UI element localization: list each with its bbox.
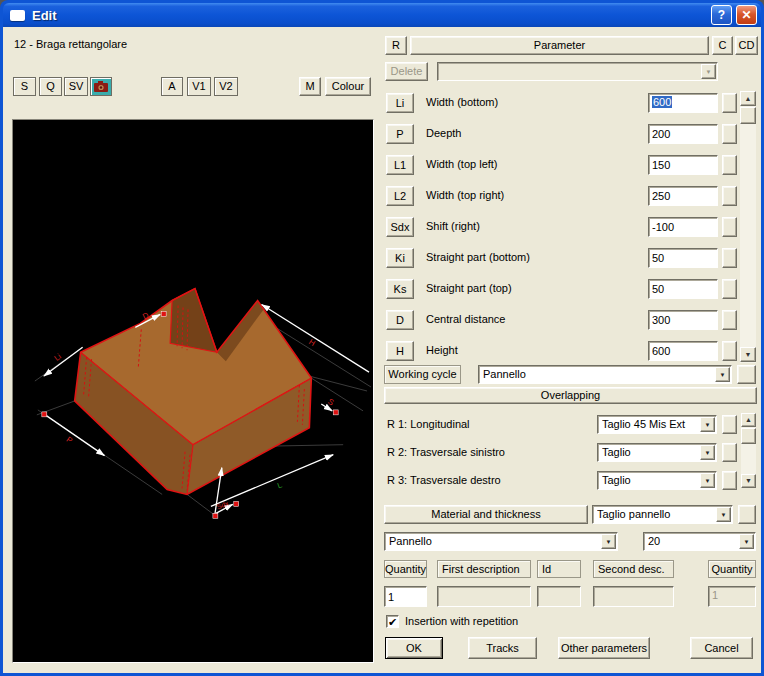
material-name-combobox[interactable]: Pannello▼ bbox=[384, 532, 618, 551]
parameter-header-button[interactable]: Parameter bbox=[410, 36, 709, 55]
other-parameters-button[interactable]: Other parameters bbox=[558, 637, 650, 659]
view-a-button[interactable]: A bbox=[161, 77, 183, 96]
param-code-button[interactable]: Sdx bbox=[386, 217, 414, 237]
scroll-up-icon[interactable]: ▲ bbox=[741, 413, 756, 427]
param-label: Shift (right) bbox=[426, 220, 480, 232]
chevron-down-icon[interactable]: ▼ bbox=[716, 507, 731, 522]
overlap-side-button[interactable] bbox=[722, 415, 737, 434]
param-side-button[interactable] bbox=[722, 124, 737, 144]
r-button[interactable]: R bbox=[385, 36, 407, 55]
tracks-button[interactable]: Tracks bbox=[468, 637, 537, 659]
param-code-button[interactable]: L2 bbox=[386, 186, 414, 206]
param-value-input[interactable] bbox=[648, 341, 718, 361]
working-cycle-side-button[interactable] bbox=[737, 365, 756, 384]
param-side-button[interactable] bbox=[722, 217, 737, 237]
dim-label-s: S bbox=[326, 397, 335, 407]
material-cut-combobox[interactable]: Taglio pannello▼ bbox=[592, 505, 733, 524]
view-s-button[interactable]: S bbox=[13, 77, 36, 96]
overlap-label: R 1: Longitudinal bbox=[387, 418, 470, 430]
param-code-button[interactable]: D bbox=[386, 310, 414, 330]
window-title: Edit bbox=[32, 8, 57, 23]
c-button[interactable]: C bbox=[712, 36, 733, 55]
scroll-down-icon[interactable]: ▼ bbox=[740, 347, 756, 362]
cancel-button[interactable]: Cancel bbox=[690, 637, 753, 659]
overlap-side-button[interactable] bbox=[722, 471, 737, 490]
chevron-down-icon[interactable]: ▼ bbox=[715, 367, 730, 382]
braga-solid bbox=[75, 289, 312, 495]
working-cycle-combobox[interactable]: Pannello ▼ bbox=[478, 365, 732, 384]
param-side-button[interactable] bbox=[722, 310, 737, 330]
material-thickness-button[interactable]: Material and thickness bbox=[384, 505, 588, 524]
scroll-down-icon[interactable]: ▼ bbox=[741, 474, 756, 488]
ok-button[interactable]: OK bbox=[385, 637, 443, 659]
param-label: Deepth bbox=[426, 127, 461, 139]
camera-button[interactable] bbox=[90, 77, 112, 96]
working-cycle-label: Working cycle bbox=[384, 365, 461, 384]
param-side-button[interactable] bbox=[722, 186, 737, 206]
close-icon[interactable]: ✕ bbox=[736, 5, 757, 25]
param-label: Width (top right) bbox=[426, 189, 504, 201]
titlebar[interactable]: Edit bbox=[3, 3, 761, 27]
chevron-down-icon[interactable]: ▼ bbox=[739, 534, 754, 549]
repetition-label: Insertion with repetition bbox=[405, 615, 518, 627]
chevron-down-icon: ▼ bbox=[701, 64, 716, 79]
param-side-button[interactable] bbox=[722, 279, 737, 299]
scroll-up-icon[interactable]: ▲ bbox=[740, 91, 756, 106]
item-label: 12 - Braga rettangolare bbox=[14, 38, 127, 50]
param-value-input[interactable] bbox=[648, 186, 718, 206]
material-side-button[interactable] bbox=[738, 505, 756, 524]
edit-dialog: Edit ? ✕ 12 - Braga rettangolare S Q SV … bbox=[0, 0, 764, 676]
param-value-input[interactable] bbox=[648, 124, 718, 144]
scrollbar-thumb[interactable] bbox=[741, 428, 756, 444]
param-code-button[interactable]: Ks bbox=[386, 279, 414, 299]
param-value-input[interactable] bbox=[648, 155, 718, 175]
scrollbar-thumb[interactable] bbox=[740, 107, 756, 124]
param-code-button[interactable]: Li bbox=[386, 93, 414, 113]
cd-button[interactable]: CD bbox=[735, 36, 758, 55]
param-code-button[interactable]: P bbox=[386, 124, 414, 144]
param-scrollbar[interactable] bbox=[740, 91, 756, 363]
chevron-down-icon[interactable]: ▼ bbox=[700, 473, 715, 488]
param-code-button[interactable]: Ki bbox=[386, 248, 414, 268]
chevron-down-icon[interactable]: ▼ bbox=[700, 445, 715, 460]
param-value-input[interactable] bbox=[648, 279, 718, 299]
overlap-side-button[interactable] bbox=[722, 443, 737, 462]
repetition-checkbox[interactable]: ✔ bbox=[386, 615, 399, 628]
colour-button[interactable]: Colour bbox=[325, 77, 371, 96]
view-v2-button[interactable]: V2 bbox=[214, 77, 238, 96]
param-code-button[interactable]: H bbox=[386, 341, 414, 361]
col-header-id: Id bbox=[537, 560, 581, 578]
m-button[interactable]: M bbox=[299, 77, 321, 96]
param-side-button[interactable] bbox=[722, 155, 737, 175]
dim-label-li: Li bbox=[53, 352, 64, 363]
view-q-button[interactable]: Q bbox=[39, 77, 62, 96]
3d-viewport[interactable]: Li P D H S Sdx L bbox=[12, 119, 374, 663]
thickness-combobox[interactable]: 20▼ bbox=[643, 532, 756, 551]
view-v1-button[interactable]: V1 bbox=[187, 77, 211, 96]
param-side-button[interactable] bbox=[722, 248, 737, 268]
param-side-button[interactable] bbox=[722, 341, 737, 361]
col-header-second-desc: Second desc. bbox=[593, 560, 674, 578]
param-label: Width (top left) bbox=[426, 158, 498, 170]
delete-button: Delete bbox=[385, 62, 428, 81]
param-value-input[interactable]: 600 bbox=[648, 93, 718, 113]
overlap-combobox-r3[interactable]: Taglio▼ bbox=[597, 471, 717, 490]
working-cycle-value: Pannello bbox=[483, 368, 713, 380]
param-label: Width (bottom) bbox=[426, 96, 498, 108]
quantity-input[interactable] bbox=[384, 586, 427, 607]
help-icon[interactable]: ? bbox=[711, 5, 732, 25]
chevron-down-icon[interactable]: ▼ bbox=[700, 417, 715, 432]
quantity2-field: 1 bbox=[708, 586, 756, 607]
chevron-down-icon[interactable]: ▼ bbox=[601, 534, 616, 549]
overlapping-header: Overlapping bbox=[384, 387, 757, 404]
param-code-button[interactable]: L1 bbox=[386, 155, 414, 175]
col-header-quantity2: Quantity bbox=[708, 560, 756, 578]
view-sv-button[interactable]: SV bbox=[64, 77, 88, 96]
param-value-input[interactable] bbox=[648, 248, 718, 268]
param-side-button[interactable] bbox=[722, 93, 737, 113]
param-value-input[interactable] bbox=[648, 310, 718, 330]
overlap-combobox-r1[interactable]: Taglio 45 Mis Ext▼ bbox=[597, 415, 717, 434]
col-header-first-desc: First description bbox=[437, 560, 531, 578]
param-value-input[interactable] bbox=[648, 217, 718, 237]
overlap-combobox-r2[interactable]: Taglio▼ bbox=[597, 443, 717, 462]
